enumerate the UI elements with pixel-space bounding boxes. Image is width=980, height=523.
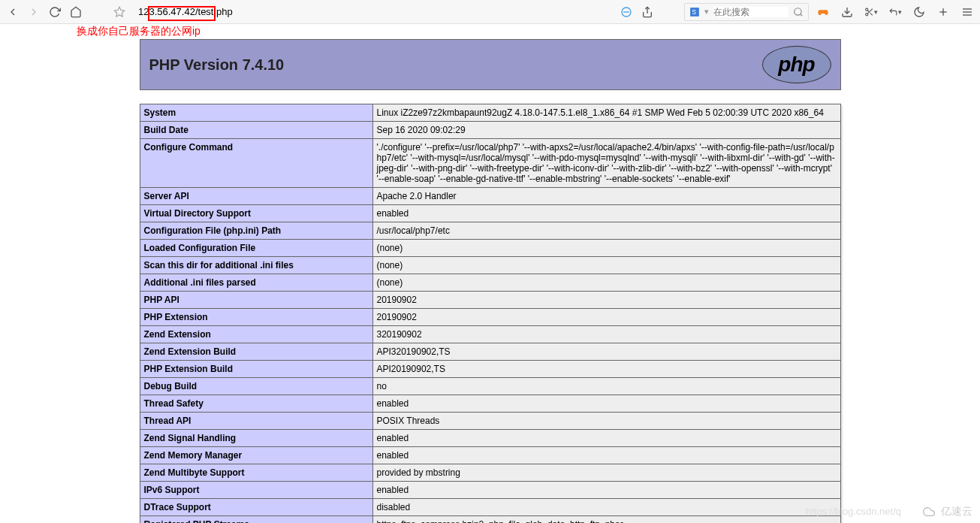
download-icon[interactable] [840, 5, 854, 19]
row-value: './configure' '--prefix=/usr/local/php7'… [372, 139, 840, 188]
refresh-button[interactable] [48, 5, 62, 19]
row-value: 20190902 [372, 292, 840, 309]
search-icon[interactable] [793, 7, 804, 17]
row-value: /usr/local/php7/etc [372, 222, 840, 240]
row-label: Server API [140, 188, 372, 205]
row-value: POSIX Threads [372, 413, 840, 430]
row-value: Sep 16 2020 09:02:29 [372, 122, 840, 139]
scissors-icon[interactable]: ▾ [864, 5, 878, 19]
row-label: Additional .ini files parsed [140, 274, 372, 292]
row-label: Zend Multibyte Support [140, 464, 372, 482]
ie-compat-icon[interactable] [620, 5, 633, 19]
row-label: Debug Build [140, 378, 372, 395]
watermark-csdn: https://blog.csdn.net/q [806, 506, 901, 517]
table-row: Configure Command'./configure' '--prefix… [140, 139, 840, 188]
table-row: Registered PHP Streamshttps, ftps, compr… [140, 516, 840, 524]
svg-line-6 [801, 14, 803, 16]
table-row: Zend Extension320190902 [140, 326, 840, 343]
search-engine-icon: S [689, 7, 700, 17]
row-value: enabled [372, 482, 840, 499]
row-label: Zend Extension [140, 326, 372, 343]
row-value: Linux iZ2ze97z2kmbapaunt92ugZ 4.18.0-147… [372, 104, 840, 122]
phpinfo-header: PHP Version 7.4.10 php [140, 39, 841, 90]
row-value: (none) [372, 274, 840, 292]
table-row: Additional .ini files parsed(none) [140, 274, 840, 292]
row-value: Apache 2.0 Handler [372, 188, 840, 205]
row-value: enabled [372, 395, 840, 413]
phpinfo-container: PHP Version 7.4.10 php SystemLinux iZ2ze… [140, 39, 841, 523]
home-button[interactable] [69, 5, 83, 19]
row-label: Zend Signal Handling [140, 430, 372, 447]
table-row: Zend Extension BuildAPI320190902,TS [140, 343, 840, 361]
svg-point-5 [795, 8, 801, 14]
row-label: Registered PHP Streams [140, 516, 372, 524]
table-row: PHP Extension BuildAPI20190902,TS [140, 361, 840, 378]
row-label: PHP Extension Build [140, 361, 372, 378]
row-label: Thread Safety [140, 395, 372, 413]
table-row: Debug Buildno [140, 378, 840, 395]
undo-icon[interactable]: ▾ [888, 5, 902, 19]
row-value: API20190902,TS [372, 361, 840, 378]
back-button[interactable] [6, 5, 20, 19]
row-value: https, ftps, compress.bzip2, php, file, … [372, 516, 840, 524]
row-label: Loaded Configuration File [140, 240, 372, 257]
forward-button[interactable] [27, 5, 41, 19]
row-value: enabled [372, 447, 840, 464]
share-icon[interactable] [641, 5, 654, 19]
row-value: 20190902 [372, 309, 840, 326]
row-label: DTrace Support [140, 499, 372, 516]
row-label: PHP Extension [140, 309, 372, 326]
game-icon[interactable] [816, 5, 830, 19]
menu-icon[interactable] [960, 5, 974, 19]
row-label: Build Date [140, 122, 372, 139]
svg-text:S: S [692, 8, 697, 15]
bookmark-star-icon[interactable] [113, 5, 126, 19]
table-row: IPv6 Supportenabled [140, 482, 840, 499]
php-version-title: PHP Version 7.4.10 [149, 56, 285, 74]
table-row: Scan this dir for additional .ini files(… [140, 257, 840, 274]
url-input[interactable] [138, 6, 608, 17]
moon-icon[interactable] [912, 5, 926, 19]
row-label: System [140, 104, 372, 122]
svg-line-12 [867, 10, 869, 11]
row-value: disabled [372, 499, 840, 516]
row-label: IPv6 Support [140, 482, 372, 499]
table-row: Configuration File (php.ini) Path/usr/lo… [140, 222, 840, 240]
table-row: DTrace Supportdisabled [140, 499, 840, 516]
php-logo: php [762, 46, 831, 83]
table-row: Thread APIPOSIX Threads [140, 413, 840, 430]
svg-line-11 [870, 13, 873, 15]
row-label: Scan this dir for additional .ini files [140, 257, 372, 274]
row-value: (none) [372, 240, 840, 257]
row-value: enabled [372, 430, 840, 447]
svg-point-8 [866, 8, 868, 11]
annotation-text: 换成你自己服务器的公网ip [77, 25, 201, 38]
table-row: SystemLinux iZ2ze97z2kmbapaunt92ugZ 4.18… [140, 104, 840, 122]
watermark-yisu: 亿速云 [920, 505, 972, 518]
table-row: Zend Signal Handlingenabled [140, 430, 840, 447]
search-box[interactable]: S ▾ [684, 3, 809, 21]
row-label: Virtual Directory Support [140, 205, 372, 222]
phpinfo-table: SystemLinux iZ2ze97z2kmbapaunt92ugZ 4.18… [140, 104, 841, 523]
row-label: Thread API [140, 413, 372, 430]
search-input[interactable] [713, 7, 789, 17]
row-value: 320190902 [372, 326, 840, 343]
table-row: PHP API20190902 [140, 292, 840, 309]
row-label: Zend Memory Manager [140, 447, 372, 464]
table-row: PHP Extension20190902 [140, 309, 840, 326]
php-logo-text: php [778, 53, 814, 77]
svg-point-9 [866, 13, 868, 15]
browser-toolbar: S ▾ ▾ ▾ [0, 0, 980, 24]
row-label: PHP API [140, 292, 372, 309]
row-value: enabled [372, 205, 840, 222]
url-bar[interactable] [134, 3, 612, 21]
row-value: provided by mbstring [372, 464, 840, 482]
plus-icon[interactable] [936, 5, 950, 19]
page-content: PHP Version 7.4.10 php SystemLinux iZ2ze… [0, 24, 980, 523]
svg-marker-0 [114, 7, 124, 17]
table-row: Loaded Configuration File(none) [140, 240, 840, 257]
row-label: Configuration File (php.ini) Path [140, 222, 372, 240]
cloud-icon [920, 506, 938, 518]
row-label: Configure Command [140, 139, 372, 188]
table-row: Server APIApache 2.0 Handler [140, 188, 840, 205]
